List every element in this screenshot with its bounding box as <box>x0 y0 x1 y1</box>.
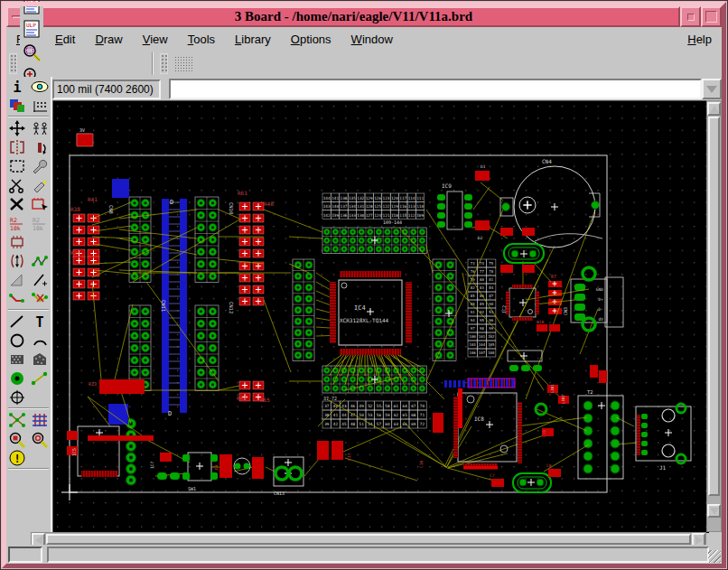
board-canvas[interactable]: 1441411381351321291261231201171141111431… <box>53 101 709 533</box>
signal-tool[interactable] <box>29 369 50 388</box>
delete-tool[interactable] <box>7 195 28 213</box>
pad-hole <box>200 214 202 217</box>
grid-tool[interactable] <box>29 97 50 115</box>
pin-number: 136 <box>341 213 348 218</box>
rect-tool[interactable] <box>7 350 28 369</box>
mirror-tool[interactable] <box>7 138 28 156</box>
pad-hole <box>369 378 371 380</box>
board-canvas-area[interactable]: 1441411381351321291261231201171141111431… <box>52 100 708 532</box>
pad-hole <box>308 275 311 277</box>
rotate-tool[interactable] <box>29 138 50 156</box>
menu-options[interactable]: Options <box>281 30 341 49</box>
pin-number: 102 <box>488 334 495 339</box>
zoom-select-button[interactable] <box>20 41 43 64</box>
drc-tool[interactable] <box>7 430 28 448</box>
ripup-tool[interactable] <box>29 290 50 308</box>
command-input[interactable] <box>169 79 702 99</box>
script-button[interactable]: SCR <box>20 0 43 17</box>
menu-library[interactable]: Library <box>225 30 281 49</box>
menu-window[interactable]: Window <box>341 30 403 49</box>
replace-tool[interactable]: R210k <box>29 214 50 232</box>
pad-hole <box>395 231 397 233</box>
pad-hole <box>308 264 311 266</box>
pin-number: 140 <box>331 204 339 209</box>
scroll-down-button[interactable] <box>707 504 721 518</box>
arc-tool[interactable] <box>29 332 50 350</box>
group-tool[interactable] <box>7 157 28 175</box>
pin-number: 128 <box>366 204 373 209</box>
miter-tool[interactable] <box>29 271 50 289</box>
info-tool[interactable]: i <box>7 78 28 96</box>
split-icon <box>7 252 27 270</box>
pad-hole <box>133 334 135 337</box>
cut-tool[interactable] <box>7 176 28 194</box>
pin-number: 125 <box>374 204 381 209</box>
show-tool[interactable] <box>29 78 50 96</box>
pin-number: 82 <box>471 285 475 290</box>
resize-grip[interactable] <box>708 550 721 563</box>
pin-number: 74 <box>480 261 484 266</box>
errors-tool[interactable]: ! <box>7 449 28 467</box>
pin-number: 57 <box>377 422 382 426</box>
command-history-dropdown[interactable] <box>702 79 722 99</box>
hole-tool[interactable] <box>7 388 28 406</box>
pad-hole <box>360 378 362 380</box>
pin-number: 114 <box>408 196 415 201</box>
pinswap-tool[interactable]: R210k <box>7 214 28 232</box>
angle-icon <box>7 271 27 289</box>
toolbar-grip[interactable] <box>9 53 17 74</box>
pin-number: 123 <box>383 196 390 201</box>
vertical-scrollbar[interactable] <box>706 100 722 532</box>
maximize-button[interactable] <box>701 6 722 27</box>
arrow-down-icon <box>710 508 719 515</box>
pad-hole <box>133 275 135 277</box>
horizontal-scroll-thumb[interactable] <box>46 534 691 545</box>
ratsnest-tool[interactable] <box>7 411 28 429</box>
auto-tool[interactable] <box>29 411 50 429</box>
pad-hole <box>421 388 423 389</box>
pin-number: 37 <box>324 404 330 408</box>
paste-tool[interactable] <box>29 176 50 194</box>
component-r7[interactable]: R7 <box>551 274 556 279</box>
optimize-tool[interactable] <box>29 252 50 270</box>
pin-number: 112 <box>408 213 415 218</box>
erc-tool[interactable] <box>29 430 50 448</box>
display-tool[interactable] <box>7 97 28 115</box>
part-r13[interactable] <box>99 379 145 394</box>
vertical-scroll-thumb[interactable] <box>708 117 720 496</box>
move-tool[interactable] <box>7 119 28 137</box>
copy-tool[interactable] <box>29 119 50 137</box>
pin-number: 58 <box>385 404 390 408</box>
menu-tools[interactable]: Tools <box>178 30 225 49</box>
menu-draw[interactable]: Draw <box>85 30 132 49</box>
change-tool[interactable] <box>29 157 50 175</box>
svg-text:IC5: IC5 <box>71 448 77 456</box>
toolbar-separator <box>152 52 154 75</box>
via-tool[interactable] <box>7 369 28 388</box>
scroll-up-button[interactable] <box>707 102 721 116</box>
pin-number: 138 <box>341 196 348 201</box>
menu-edit[interactable]: Edit <box>45 30 85 49</box>
menu-help[interactable]: Help <box>677 30 722 49</box>
wire-tool[interactable] <box>7 313 28 331</box>
pin-number: 44 <box>341 413 347 417</box>
smash-tool[interactable] <box>7 233 28 251</box>
toolbar-grip-2[interactable] <box>160 53 168 74</box>
text-tool[interactable]: T <box>29 313 50 331</box>
pad-hole <box>326 239 328 241</box>
pad <box>437 212 445 219</box>
polygon-tool[interactable] <box>29 350 50 369</box>
circle-tool[interactable] <box>7 332 28 350</box>
add-tool[interactable] <box>29 195 50 213</box>
pad-hole <box>133 214 135 217</box>
ulp-button[interactable]: ULP <box>20 17 43 41</box>
component-c18[interactable]: C18 <box>542 428 554 437</box>
iconify-button[interactable] <box>680 6 701 27</box>
route-tool[interactable] <box>7 290 28 308</box>
angle-tool[interactable] <box>7 271 28 289</box>
pad-hole <box>297 342 300 345</box>
pin-number: 115 <box>399 213 406 218</box>
pad <box>611 464 620 473</box>
split-tool[interactable] <box>7 252 28 270</box>
menu-view[interactable]: View <box>133 30 178 49</box>
